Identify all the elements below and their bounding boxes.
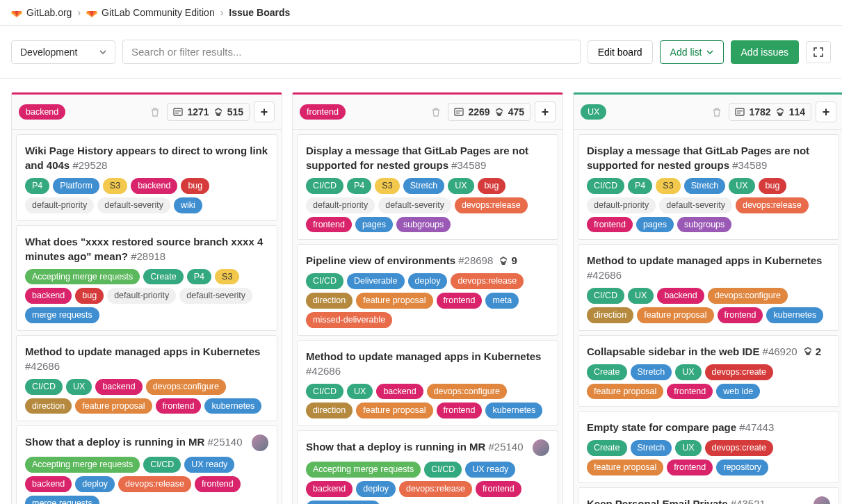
label[interactable]: UX	[675, 364, 701, 380]
label[interactable]: wiki	[174, 197, 202, 213]
label[interactable]: devops:create	[705, 364, 774, 380]
label[interactable]: feature proposal	[587, 384, 663, 400]
add-card-button[interactable]: +	[816, 101, 836, 122]
issue-card[interactable]: Keep Personal Email Private #43521Create…	[578, 487, 839, 504]
label[interactable]: Stretch	[631, 364, 672, 380]
label[interactable]: CI/CD	[587, 178, 624, 194]
label[interactable]: feature proposal	[356, 293, 432, 309]
label[interactable]: CI/CD	[306, 384, 343, 400]
list-title-label[interactable]: UX	[581, 104, 606, 120]
label[interactable]: bug	[478, 178, 506, 194]
label[interactable]: S3	[375, 178, 399, 194]
label[interactable]: P4	[347, 178, 371, 194]
label[interactable]: bug	[75, 288, 104, 304]
label[interactable]: default-priority	[587, 197, 656, 213]
label[interactable]: devops:configure	[708, 288, 788, 304]
label[interactable]: direction	[25, 398, 72, 414]
list-title-label[interactable]: frontend	[300, 104, 346, 120]
issue-card[interactable]: Display a message that GitLab Pages are …	[578, 134, 839, 240]
issue-card[interactable]: Show that a deploy is running in MR #251…	[16, 425, 277, 504]
list-body[interactable]: Display a message that GitLab Pages are …	[573, 130, 842, 504]
label[interactable]: web ide	[716, 384, 760, 400]
label[interactable]: subgroups	[396, 217, 451, 233]
label[interactable]: Accepting merge requests	[25, 457, 140, 473]
label[interactable]: S3	[215, 269, 239, 285]
label[interactable]: feature proposal	[75, 398, 152, 414]
list-body[interactable]: Wiki Page History appears to direct to w…	[11, 130, 282, 504]
label[interactable]: feature proposal	[356, 403, 432, 418]
label[interactable]: Accepting merge requests	[25, 269, 140, 285]
label[interactable]: backend	[657, 288, 704, 304]
edit-board-button[interactable]: Edit board	[588, 40, 653, 64]
label[interactable]: direction	[587, 307, 633, 323]
list-title-label[interactable]: backend	[19, 104, 65, 120]
trash-icon[interactable]	[428, 104, 444, 120]
label[interactable]: UX	[729, 178, 754, 194]
label[interactable]: Stretch	[684, 178, 726, 194]
label[interactable]: frontend	[437, 293, 483, 309]
board-selector[interactable]: Development	[11, 40, 115, 64]
label[interactable]: bug	[759, 178, 787, 194]
label[interactable]: UX	[66, 379, 92, 395]
label[interactable]: frontend	[195, 476, 241, 492]
label[interactable]: backend	[131, 178, 177, 194]
label[interactable]: UX	[347, 384, 373, 400]
label[interactable]: UX ready	[465, 462, 515, 478]
label[interactable]: merge requests	[306, 501, 380, 505]
label[interactable]: devops:release	[455, 197, 528, 213]
label[interactable]: Accepting merge requests	[306, 462, 421, 478]
label[interactable]: devops:release	[736, 197, 809, 213]
issue-card[interactable]: Wiki Page History appears to direct to w…	[16, 134, 277, 221]
search-filter-input[interactable]	[122, 40, 581, 64]
label[interactable]: Deliverable	[347, 273, 405, 289]
issue-card[interactable]: Display a message that GitLab Pages are …	[297, 134, 558, 240]
label[interactable]: repository	[716, 460, 768, 475]
list-body[interactable]: Display a message that GitLab Pages are …	[292, 130, 563, 504]
label[interactable]: default-severity	[378, 197, 451, 213]
label[interactable]: CI/CD	[143, 457, 181, 473]
label[interactable]: default-severity	[179, 288, 252, 304]
label[interactable]: Create	[587, 440, 627, 456]
label[interactable]: kubernetes	[204, 398, 261, 414]
label[interactable]: frontend	[667, 384, 713, 400]
label[interactable]: S3	[103, 178, 127, 194]
label[interactable]: merge requests	[25, 496, 99, 504]
add-list-button[interactable]: Add list	[660, 40, 724, 64]
label[interactable]: default-priority	[306, 197, 375, 213]
label[interactable]: pages	[636, 217, 674, 233]
label[interactable]: CI/CD	[587, 288, 624, 304]
label[interactable]: pages	[355, 217, 393, 233]
label[interactable]: backend	[306, 481, 353, 497]
label[interactable]: P4	[628, 178, 652, 194]
label[interactable]: Platform	[53, 178, 99, 194]
issue-card[interactable]: Empty state for compare page #47443Creat…	[578, 411, 839, 483]
label[interactable]: subgroups	[677, 217, 731, 233]
label[interactable]: direction	[306, 403, 353, 418]
issue-card[interactable]: Show that a deploy is running in MR #251…	[297, 430, 558, 504]
label[interactable]: CI/CD	[306, 178, 343, 194]
breadcrumb-page[interactable]: Issue Boards	[229, 7, 290, 18]
assignee-avatar[interactable]	[252, 434, 268, 451]
label[interactable]: S3	[656, 178, 680, 194]
issue-card[interactable]: Method to update managed apps in Kuberne…	[297, 340, 558, 427]
label[interactable]: feature proposal	[587, 460, 663, 475]
label[interactable]: kubernetes	[766, 307, 823, 323]
label[interactable]: UX	[628, 288, 654, 304]
label[interactable]: missed-deliverable	[306, 312, 392, 328]
trash-icon[interactable]	[147, 104, 163, 120]
label[interactable]: backend	[376, 384, 423, 400]
label[interactable]: frontend	[718, 307, 763, 323]
label[interactable]: frontend	[437, 403, 483, 418]
label[interactable]: Create	[587, 364, 627, 380]
label[interactable]: merge requests	[25, 307, 99, 323]
assignee-avatar[interactable]	[533, 439, 549, 456]
label[interactable]: Create	[143, 269, 184, 285]
issue-card[interactable]: Pipeline view of environments #28698 9CI…	[297, 244, 558, 335]
label[interactable]: UX	[675, 440, 701, 456]
label[interactable]: feature proposal	[637, 307, 713, 323]
issue-card[interactable]: Method to update managed apps in Kuberne…	[16, 335, 277, 422]
label[interactable]: Stretch	[403, 178, 445, 194]
label[interactable]: frontend	[476, 481, 521, 497]
label[interactable]: frontend	[156, 398, 202, 414]
label[interactable]: kubernetes	[485, 403, 542, 418]
